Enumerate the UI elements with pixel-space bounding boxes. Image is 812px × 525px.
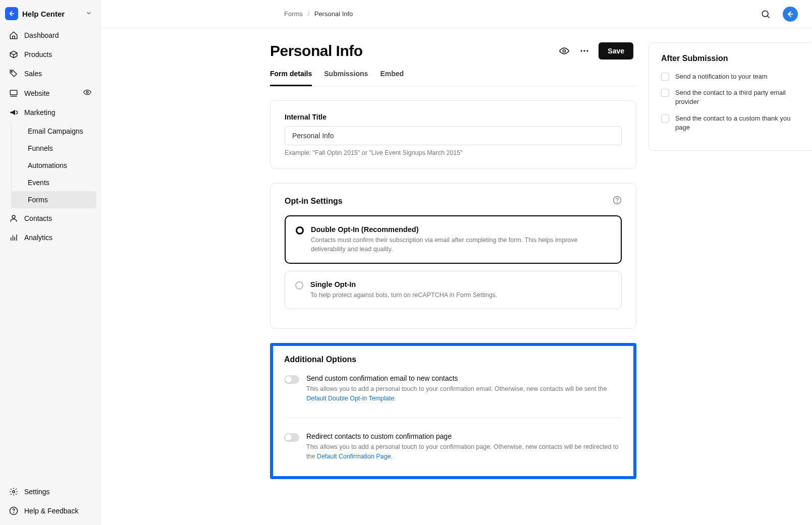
additional-option-0: Send custom confirmation email to new co… [284,373,622,404]
nav-item-settings[interactable]: Settings [4,483,96,501]
page-title: Personal Info [270,42,363,60]
svg-point-4 [12,215,15,218]
nav-label: Funnels [28,144,53,152]
after-submission-option-2: Send the contact to a custom thank you p… [661,114,802,132]
help-icon[interactable] [613,196,622,206]
svg-point-3 [86,91,88,93]
toggle-switch[interactable] [284,375,299,384]
tag-icon [9,69,18,78]
nav-label: Products [24,50,52,59]
nav-item-forms[interactable]: Forms [12,191,96,208]
optin-option-title: Double Opt-In (Recommended) [311,225,611,234]
nav-label: Contacts [24,214,52,222]
svg-point-0 [11,71,12,72]
svg-point-12 [762,11,768,17]
brand-logo-icon[interactable] [783,7,798,22]
additional-options-box: Additional Options Send custom confirmat… [270,343,636,479]
svg-rect-1 [10,90,17,95]
template-link[interactable]: Default Double Opt-in Template [306,395,394,402]
optin-settings-card: Opt-in Settings Double Opt-In (Recommend… [270,183,636,329]
checkbox-label: Send a notification to your team [675,72,768,81]
nav-label: Email Campaigns [28,127,83,135]
nav-label: Forms [28,196,48,204]
radio-icon [296,226,304,235]
internal-title-card: Internal Title Example: "Fall Optin 2015… [270,100,636,169]
divider [284,418,622,418]
internal-title-label: Internal Title [285,113,622,121]
optin-option-0[interactable]: Double Opt-In (Recommended) Contacts mus… [285,215,622,264]
tab-submissions[interactable]: Submissions [324,70,368,86]
optin-option-desc: To help protect against bots, turn on re… [310,290,497,300]
box-icon [9,50,18,59]
home-icon [9,31,18,40]
megaphone-icon [9,108,18,117]
toggle-desc: This allows you to add a personal touch … [306,384,622,403]
workspace-title: Help Center [22,10,81,18]
internal-title-input[interactable] [285,126,622,145]
tab-form-details[interactable]: Form details [270,70,312,86]
nav-item-automations[interactable]: Automations [12,157,96,174]
nav-item-analytics[interactable]: Analytics [4,228,96,247]
after-submission-option-1: Send the contact to a third party email … [661,88,802,106]
optin-option-1[interactable]: Single Opt-In To help protect against bo… [285,271,622,309]
nav-label: Website [24,89,49,97]
nav-item-dashboard[interactable]: Dashboard [4,26,96,44]
toggle-switch[interactable] [284,433,299,442]
sidebar-footer: SettingsHelp & Feedback [4,483,96,520]
tabs: Form detailsSubmissionsEmbed [270,70,636,86]
nav-label: Analytics [24,234,52,242]
svg-point-11 [14,512,14,513]
template-link[interactable]: Default Confirmation Page [317,453,391,460]
gear-icon [9,487,18,496]
svg-point-15 [581,50,582,51]
checkbox-label: Send the contact to a third party email … [675,88,802,106]
nav-item-contacts[interactable]: Contacts [4,209,96,227]
nav-label: Settings [24,488,50,496]
nav-item-marketing[interactable]: Marketing [4,103,96,122]
help-icon [9,506,18,515]
checkbox[interactable] [661,114,669,123]
nav-label: Events [28,179,49,187]
topbar: Forms / Personal Info [101,0,812,28]
svg-point-9 [13,491,15,493]
breadcrumb-current: Personal Info [314,10,353,18]
nav-label: Marketing [24,108,55,116]
svg-point-19 [617,202,618,202]
optin-option-title: Single Opt-In [310,280,497,288]
monitor-icon [9,89,18,98]
after-submission-card: After Submission Send a notification to … [648,42,812,151]
optin-option-desc: Contacts must confirm their subscription… [311,236,611,254]
breadcrumb-parent[interactable]: Forms [284,10,303,18]
nav-item-website[interactable]: Website [4,84,96,102]
breadcrumb: Forms / Personal Info [284,10,353,18]
additional-option-1: Redirect contacts to custom confirmation… [284,431,622,462]
subnav: Email CampaignsFunnelsAutomationsEventsF… [11,123,96,208]
nav-label: Dashboard [24,31,59,39]
nav-item-help-feedback[interactable]: Help & Feedback [4,502,96,520]
preview-button[interactable] [558,45,570,57]
radio-icon [295,281,303,289]
svg-line-13 [768,16,770,18]
nav-item-products[interactable]: Products [4,45,96,64]
toggle-desc: This allows you to add a personal touch … [306,442,622,461]
after-submission-title: After Submission [661,54,802,63]
nav-label: Automations [28,161,67,169]
nav-item-funnels[interactable]: Funnels [12,140,96,157]
workspace-switcher[interactable]: Help Center [4,5,96,26]
more-button[interactable] [578,45,590,57]
optin-title: Opt-in Settings [285,197,343,206]
nav-item-email-campaigns[interactable]: Email Campaigns [12,123,96,140]
app-logo-icon [5,7,18,20]
tab-embed[interactable]: Embed [380,70,404,86]
chevron-down-icon [85,10,92,18]
main: Forms / Personal Info Personal Info [101,0,812,525]
nav-item-sales[interactable]: Sales [4,65,96,83]
search-button[interactable] [760,8,772,20]
nav-item-events[interactable]: Events [12,174,96,191]
sidebar: Help Center DashboardProductsSalesWebsit… [0,0,101,525]
save-button[interactable]: Save [599,42,633,60]
checkbox[interactable] [661,89,669,97]
after-submission-option-0: Send a notification to your team [661,72,802,81]
toggle-title: Redirect contacts to custom confirmation… [306,432,622,440]
checkbox[interactable] [661,73,669,81]
